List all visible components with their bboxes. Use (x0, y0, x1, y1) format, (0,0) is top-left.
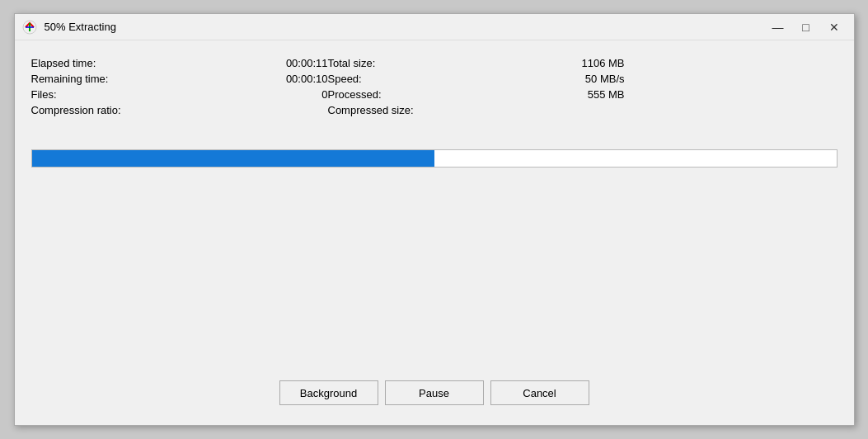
total-size-value: 1106 MB (493, 57, 625, 69)
progress-bar-fill (32, 150, 434, 167)
minimize-button[interactable]: — (765, 16, 791, 39)
files-label: Files: (31, 88, 196, 101)
progress-area (31, 149, 838, 168)
progress-bar-container (31, 149, 838, 168)
processed-label: Processed: (328, 88, 493, 101)
window-title: 50% Extracting (45, 21, 765, 33)
processed-value: 555 MB (493, 88, 625, 101)
maximize-button[interactable]: □ (793, 16, 819, 39)
compression-ratio-value (196, 104, 328, 116)
pause-button[interactable]: Pause (385, 380, 484, 405)
window-controls: — □ ✕ (765, 16, 847, 39)
content-area: Elapsed time: 00:00:11 Total size: 1106 … (15, 40, 854, 425)
total-size-label: Total size: (328, 57, 493, 69)
speed-label: Speed: (328, 73, 493, 85)
remaining-time-label: Remaining time: (31, 73, 196, 85)
cancel-button[interactable]: Cancel (490, 380, 589, 405)
compressed-size-value (493, 104, 625, 116)
background-button[interactable]: Background (279, 380, 378, 405)
close-button[interactable]: ✕ (821, 16, 847, 39)
title-bar: 50% Extracting — □ ✕ (15, 14, 854, 40)
compressed-size-label: Compressed size: (328, 104, 493, 116)
remaining-time-value: 00:00:10 (196, 73, 328, 85)
files-value: 0 (196, 88, 328, 101)
app-icon (21, 19, 38, 35)
main-window: 50% Extracting — □ ✕ Elapsed time: 00:00… (14, 13, 855, 426)
elapsed-time-value: 00:00:11 (196, 57, 328, 69)
elapsed-time-label: Elapsed time: (31, 57, 196, 69)
spacer (31, 184, 838, 380)
stats-grid: Elapsed time: 00:00:11 Total size: 1106 … (31, 57, 838, 116)
button-row: Background Pause Cancel (31, 380, 838, 412)
speed-value: 50 MB/s (493, 73, 625, 85)
compression-ratio-label: Compression ratio: (31, 104, 196, 116)
